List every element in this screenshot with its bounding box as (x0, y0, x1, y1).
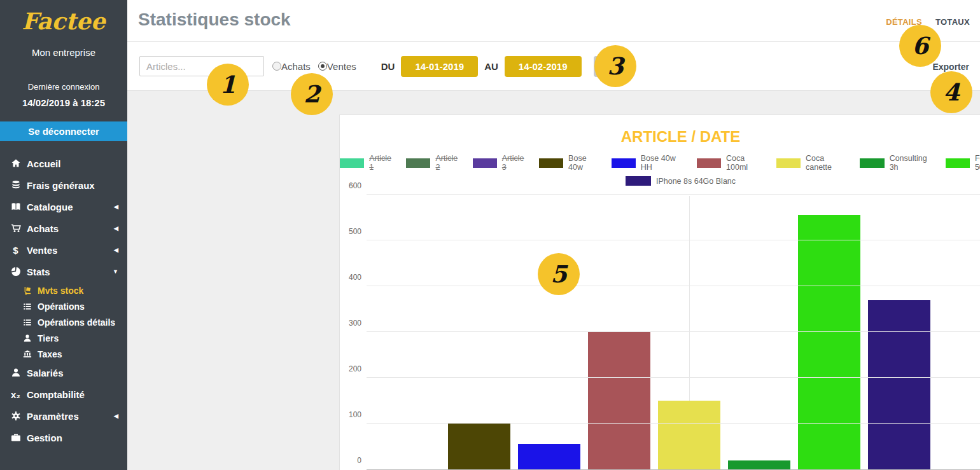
tab-totaux[interactable]: TOTAUX (935, 17, 970, 27)
sidebar-item-label: Mvts stock (38, 286, 83, 296)
sidebar-item-label: Opérations détails (38, 317, 115, 328)
radio-achats-label: Achats (281, 61, 311, 72)
sidebar: Factee Mon entreprise Dernière connexion… (0, 0, 127, 470)
radio-ventes[interactable]: Ventes (318, 61, 356, 72)
sidebar-item-label: Tiers (38, 333, 59, 343)
legend-item-article-3[interactable]: Article 3 (473, 154, 529, 172)
legend-label: Fongique 500 (975, 154, 980, 172)
date-to-button[interactable]: 14-02-2019 (505, 56, 582, 77)
sidebar-item-label: Taxes (38, 349, 62, 359)
date-from-button[interactable]: 14-01-2019 (401, 56, 478, 77)
sidebar-item-accueil[interactable]: Accueil (0, 153, 127, 174)
legend-swatch (612, 158, 636, 168)
person-icon (21, 334, 33, 343)
book-icon (9, 202, 22, 212)
sidebar-item-parametres[interactable]: Paramètres ◀ (0, 405, 127, 427)
sidebar-item-tiers[interactable]: Tiers (0, 330, 127, 346)
radio-ventes-circle[interactable] (318, 62, 327, 71)
app-logo: Factee (0, 8, 127, 34)
last-connection-value: 14/02/2019 à 18:25 (0, 97, 127, 108)
legend-item-bose-40w[interactable]: Bose 40w (539, 154, 602, 172)
bar-fongique-500 (798, 215, 860, 469)
bar-iphone-8s-64go-blanc (868, 300, 930, 469)
sidebar-item-salaries[interactable]: Salariés (0, 362, 127, 384)
legend-item-consulting-3h[interactable]: Consulting 3h (860, 154, 935, 172)
y-tick-label: 400 (340, 273, 361, 282)
legend-item-article-1[interactable]: Article 1 (340, 154, 396, 172)
list-icon (21, 302, 33, 311)
legend-swatch (697, 158, 721, 168)
chevron-left-icon: ◀ (114, 225, 118, 232)
sidebar-item-label: Gestion (27, 432, 62, 443)
sidebar-item-catalogue[interactable]: Catalogue ◀ (0, 196, 127, 218)
annotation-badge-6: 6 (899, 25, 941, 67)
legend-item-coca-canette[interactable]: Coca canette (776, 154, 851, 172)
horizontal-gridline (367, 240, 980, 240)
stats-submenu: Mvts stock Opérations Opérations détails (0, 282, 127, 362)
pie-chart-icon (9, 266, 22, 277)
legend-row-1: Article 1Article 2Article 3Bose 40wBose … (340, 154, 980, 172)
page-title: Statistiques stock (138, 10, 291, 30)
sidebar-item-ventes[interactable]: $ Ventes ◀ (0, 239, 127, 261)
sidebar-item-label: Paramètres (27, 411, 79, 422)
sidebar-item-taxes[interactable]: Taxes (0, 346, 127, 362)
sidebar-item-achats[interactable]: Achats ◀ (0, 218, 127, 239)
chevron-left-icon: ◀ (114, 204, 118, 210)
sidebar-item-frais-generaux[interactable]: Frais généraux (0, 174, 127, 196)
legend-item-fongique-500[interactable]: Fongique 500 (946, 154, 980, 172)
sidebar-item-label: Accueil (27, 158, 60, 169)
briefcase-icon (9, 432, 22, 443)
annotation-badge-4: 4 (930, 71, 972, 113)
sidebar-item-operations-details[interactable]: Opérations détails (0, 314, 127, 330)
company-name: Mon entreprise (0, 47, 127, 58)
sidebar-item-label: Salariés (27, 368, 64, 378)
sidebar-item-stats[interactable]: Stats ▼ (0, 261, 127, 282)
legend-item-coca-100ml[interactable]: Coca 100ml (697, 154, 767, 172)
person-icon (9, 368, 22, 378)
chart-card: ARTICLE / DATE Article 1Article 2Article… (339, 114, 980, 470)
sidebar-item-label: Catalogue (27, 202, 73, 212)
legend-label: Article 1 (369, 154, 396, 172)
bar-coca-canette (658, 401, 720, 469)
bank-icon (21, 350, 33, 359)
legend-row-2: IPhone 8s 64Go Blanc (626, 176, 736, 186)
chart-title: ARTICLE / DATE (340, 128, 980, 146)
sidebar-item-label: Achats (27, 223, 59, 234)
legend-label: Article 3 (502, 154, 529, 172)
legend-swatch (473, 158, 497, 168)
legend-label: Bose 40w (568, 154, 601, 172)
bar-bose-40w-hh (518, 444, 580, 469)
legend-label: Coca 100ml (726, 154, 767, 172)
chart-legend: Article 1Article 2Article 3Bose 40wBose … (340, 154, 980, 186)
topbar: Statistiques stock DÉTAILS TOTAUX (127, 0, 980, 42)
horizontal-gridline (367, 286, 980, 286)
sidebar-item-mvts-stock[interactable]: Mvts stock (0, 282, 127, 298)
logout-button[interactable]: Se déconnecter (0, 121, 127, 141)
legend-label: Consulting 3h (890, 154, 936, 172)
y-tick-label: 500 (340, 227, 361, 236)
horizontal-gridline (367, 331, 980, 332)
legend-swatch (860, 158, 884, 168)
radio-ventes-label: Ventes (327, 61, 356, 72)
sidebar-item-comptabilite[interactable]: x₂ Comptabilité (0, 384, 127, 405)
radio-achats[interactable]: Achats (272, 61, 311, 72)
view-tabs: DÉTAILS TOTAUX (886, 17, 970, 27)
home-icon (9, 158, 22, 169)
radio-achats-circle[interactable] (272, 62, 281, 71)
main-content: Statistiques stock DÉTAILS TOTAUX Achats… (127, 0, 980, 470)
export-link[interactable]: Exporter (932, 62, 969, 72)
gear-icon (9, 411, 22, 421)
legend-item-iphone-8s-64go-blanc[interactable]: IPhone 8s 64Go Blanc (626, 176, 736, 186)
hand-truck-icon (21, 286, 33, 295)
legend-item-article-2[interactable]: Article 2 (406, 154, 463, 172)
legend-swatch (539, 158, 563, 168)
sidebar-item-operations[interactable]: Opérations (0, 298, 127, 314)
legend-item-bose-40w-hh[interactable]: Bose 40w HH (612, 154, 687, 172)
sidebar-item-label: Opérations (38, 301, 85, 312)
annotation-badge-5: 5 (538, 253, 580, 295)
bar-bose-40w (448, 424, 510, 469)
sidebar-item-gestion[interactable]: Gestion (0, 427, 127, 448)
y-tick-label: 600 (340, 181, 361, 190)
legend-swatch (776, 158, 801, 168)
legend-swatch (340, 158, 364, 168)
